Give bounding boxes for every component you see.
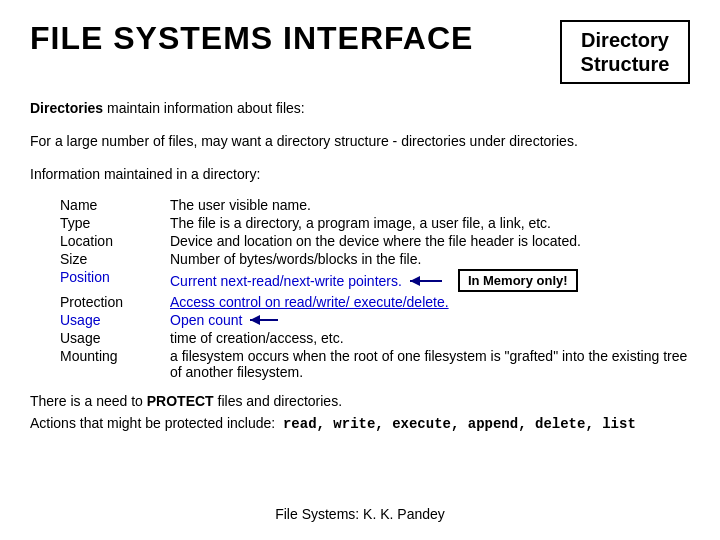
page-title: FILE SYSTEMS INTERFACE <box>30 20 473 57</box>
value-usage-open: Open count <box>170 312 690 328</box>
label-position: Position <box>60 269 170 292</box>
info-maintained-text: Information maintained in a directory: <box>30 164 690 185</box>
protect-rest: files and directories. <box>214 393 342 409</box>
label-location: Location <box>60 233 170 249</box>
value-type: The file is a directory, a program image… <box>170 215 690 231</box>
footer: File Systems: K. K. Pandey <box>0 506 720 522</box>
protect-intro: There is a need to <box>30 393 147 409</box>
header-row: FILE SYSTEMS INTERFACE Directory Structu… <box>30 20 690 84</box>
actions-list: read, write, execute, append, delete, li… <box>283 416 636 432</box>
section-info-maintained: Information maintained in a directory: <box>30 164 690 185</box>
protection-text: Access control on read/write/ execute/de… <box>170 294 449 310</box>
open-count-arrow-icon <box>250 312 286 328</box>
svg-marker-1 <box>410 276 420 286</box>
value-position: Current next-read/next-write pointers. I… <box>170 269 690 292</box>
in-memory-label: In Memory only! <box>458 269 578 292</box>
label-size: Size <box>60 251 170 267</box>
open-count-text: Open count <box>170 312 242 328</box>
section-directories: Directories maintain information about f… <box>30 98 690 119</box>
label-usage-time: Usage <box>60 330 170 346</box>
info-table: Name The user visible name. Type The fil… <box>60 197 690 380</box>
protect-section: There is a need to PROTECT files and dir… <box>30 390 690 436</box>
protect-line2: Actions that might be protected include:… <box>30 412 690 435</box>
label-mounting: Mounting <box>60 348 170 380</box>
value-mounting: a filesystem occurs when the root of one… <box>170 348 690 380</box>
corner-line1: Directory <box>581 29 669 51</box>
large-files-text: For a large number of files, may want a … <box>30 131 690 152</box>
position-text: Current next-read/next-write pointers. <box>170 273 402 289</box>
corner-box: Directory Structure <box>560 20 690 84</box>
value-location: Device and location on the device where … <box>170 233 690 249</box>
protect-line1: There is a need to PROTECT files and dir… <box>30 390 690 412</box>
label-type: Type <box>60 215 170 231</box>
svg-marker-3 <box>250 315 260 325</box>
label-protection: Protection <box>60 294 170 310</box>
directories-text: maintain information about files: <box>103 100 305 116</box>
directories-label: Directories <box>30 100 103 116</box>
value-usage-time: time of creation/access, etc. <box>170 330 690 346</box>
label-usage-open: Usage <box>60 312 170 328</box>
value-name: The user visible name. <box>170 197 690 213</box>
actions-intro: Actions that might be protected include: <box>30 415 283 431</box>
corner-line2: Structure <box>581 53 670 75</box>
arrow-icon <box>410 273 450 289</box>
value-protection: Access control on read/write/ execute/de… <box>170 294 690 310</box>
value-size: Number of bytes/words/blocks in the file… <box>170 251 690 267</box>
protect-bold: PROTECT <box>147 393 214 409</box>
label-name: Name <box>60 197 170 213</box>
page: FILE SYSTEMS INTERFACE Directory Structu… <box>0 0 720 540</box>
footer-text: File Systems: K. K. Pandey <box>275 506 445 522</box>
section-large-files: For a large number of files, may want a … <box>30 131 690 152</box>
